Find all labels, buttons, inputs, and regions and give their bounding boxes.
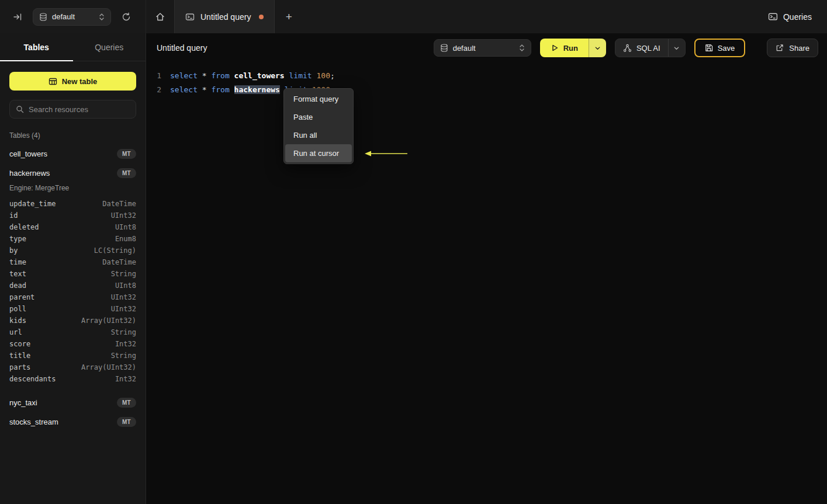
- save-button[interactable]: Save: [694, 39, 746, 57]
- column-row: partsArray(UInt32): [9, 362, 136, 373]
- column-row: byLC(String): [9, 245, 136, 256]
- code-token: select: [170, 71, 202, 80]
- share-button[interactable]: Share: [767, 39, 818, 57]
- topbar-left: default: [0, 0, 146, 33]
- column-type: UInt32: [111, 211, 136, 220]
- body: Tables Queries New table: [0, 33, 827, 504]
- save-label: Save: [718, 44, 735, 53]
- save-icon: [705, 44, 713, 52]
- column-row: kidsArray(UInt32): [9, 315, 136, 326]
- code-text: select * from cell_towers limit 100;: [170, 71, 335, 80]
- engine-label: Engine: MergeTree: [9, 184, 136, 192]
- column-name: descendants: [9, 375, 56, 383]
- code-token: limit: [289, 71, 317, 80]
- queries-label: Queries: [783, 12, 812, 22]
- search-box: [9, 100, 136, 119]
- home-tab-button[interactable]: [146, 0, 174, 33]
- run-button[interactable]: Run: [540, 39, 589, 57]
- code-token: select: [170, 85, 202, 94]
- column-name: url: [9, 328, 22, 336]
- tab-untitled-query[interactable]: Untitled query: [174, 0, 275, 33]
- chevron-updown-icon: [519, 43, 525, 53]
- sql-editor[interactable]: 1select * from cell_towers limit 100;2se…: [146, 62, 827, 96]
- tab-title: Untitled query: [200, 12, 251, 22]
- share-icon: [776, 44, 784, 52]
- sidebar-tabs: Tables Queries: [0, 33, 146, 61]
- column-row: timeDateTime: [9, 256, 136, 268]
- query-database-select[interactable]: default: [434, 39, 531, 57]
- engine-badge: MT: [117, 149, 136, 159]
- search-icon: [16, 105, 24, 113]
- queries-button[interactable]: Queries: [768, 12, 812, 22]
- new-tab-button[interactable]: +: [275, 0, 303, 33]
- sidebar-tab-tables[interactable]: Tables: [0, 33, 73, 61]
- column-type: Int32: [115, 340, 136, 348]
- code-token: cell_towers: [234, 71, 285, 80]
- sidebar-tab-queries[interactable]: Queries: [73, 33, 146, 61]
- code-line[interactable]: 2select * from hackernews limit 1000: [146, 82, 827, 96]
- table-name: cell_towers: [9, 150, 47, 158]
- editor-lines: 1select * from cell_towers limit 100;2se…: [146, 68, 827, 96]
- query-title: Untitled query: [157, 43, 207, 53]
- collapse-sidebar-button[interactable]: [13, 12, 22, 22]
- column-name: type: [9, 235, 26, 243]
- database-icon: [39, 13, 47, 21]
- column-type: Enum8: [115, 235, 136, 243]
- sql-ai-options-button[interactable]: [668, 39, 685, 57]
- code-token: [285, 71, 289, 80]
- engine-badge: MT: [117, 168, 136, 178]
- new-table-button[interactable]: New table: [9, 72, 136, 91]
- column-type: Int32: [115, 375, 136, 383]
- home-icon: [155, 12, 165, 22]
- queries-icon: [768, 12, 778, 22]
- refresh-icon: [122, 12, 131, 22]
- column-row: urlString: [9, 326, 136, 338]
- table-row-cell-towers[interactable]: cell_towers MT: [9, 144, 136, 164]
- code-token: 100: [316, 71, 330, 80]
- run-button-group: Run: [540, 39, 606, 57]
- column-name: parts: [9, 363, 30, 371]
- topbar-right: Queries: [768, 0, 827, 33]
- column-name: title: [9, 352, 30, 360]
- column-row: deletedUInt8: [9, 221, 136, 233]
- line-number: 1: [146, 71, 161, 80]
- run-label: Run: [563, 44, 578, 53]
- column-name: score: [9, 340, 30, 348]
- column-row: typeEnum8: [9, 233, 136, 245]
- table-row-stocks-stream[interactable]: stocks_stream MT: [9, 412, 136, 432]
- table-grid-icon: [49, 77, 57, 86]
- app-window: default: [0, 0, 827, 504]
- refresh-button[interactable]: [122, 12, 131, 22]
- search-input[interactable]: [29, 105, 130, 114]
- collapse-icon: [13, 12, 22, 22]
- menu-item-run-all[interactable]: Run all: [285, 126, 352, 144]
- menu-item-paste[interactable]: Paste: [285, 108, 352, 126]
- share-label: Share: [789, 44, 809, 53]
- table-row-hackernews[interactable]: hackernews MT: [9, 164, 136, 183]
- column-type: UInt32: [111, 305, 136, 313]
- run-options-button[interactable]: [589, 39, 606, 57]
- column-row: titleString: [9, 350, 136, 362]
- code-token: *: [202, 71, 212, 80]
- tab-strip: Untitled query +: [146, 0, 303, 33]
- table-name: hackernews: [9, 169, 50, 178]
- code-line[interactable]: 1select * from cell_towers limit 100;: [146, 68, 827, 82]
- code-token: *: [202, 85, 212, 94]
- topbar-database-select[interactable]: default: [33, 8, 111, 26]
- column-name: parent: [9, 293, 34, 301]
- column-type: String: [111, 352, 136, 360]
- column-type: DateTime: [102, 258, 136, 266]
- menu-item-run-at-cursor[interactable]: Run at cursor: [285, 144, 352, 162]
- code-token: from: [211, 71, 234, 80]
- column-name: text: [9, 270, 26, 278]
- query-tab-icon: [185, 12, 195, 22]
- chevron-down-icon: [673, 45, 680, 51]
- column-type: DateTime: [102, 200, 136, 208]
- column-row: idUInt32: [9, 210, 136, 221]
- query-database-value: default: [453, 44, 476, 53]
- table-row-nyc-taxi[interactable]: nyc_taxi MT: [9, 393, 136, 412]
- menu-item-format-query[interactable]: Format query: [285, 90, 352, 108]
- column-row: deadUInt8: [9, 280, 136, 291]
- column-row: descendantsInt32: [9, 373, 136, 385]
- sql-ai-button[interactable]: SQL AI: [615, 39, 668, 57]
